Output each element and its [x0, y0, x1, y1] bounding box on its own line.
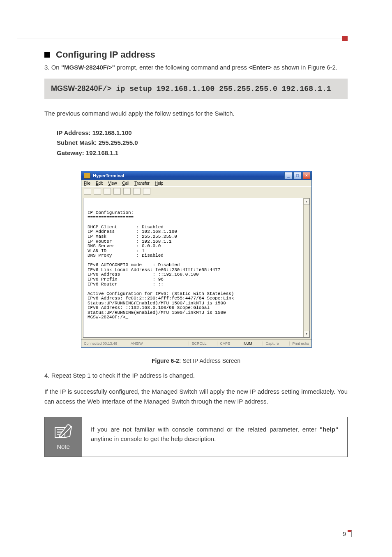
- terminal-menubar: File Edit View Call Transfer Help: [81, 180, 311, 186]
- terminal-toolbar: [81, 186, 311, 196]
- setting-mask: Subnet Mask: 255.255.255.0: [57, 138, 348, 148]
- note-left: Note: [45, 417, 82, 457]
- note-icon: [53, 424, 74, 441]
- step-3-pre: On: [51, 64, 61, 71]
- prev-cmd-text: The previous command would apply the fol…: [44, 109, 348, 119]
- figure-caption-bold: Figure 6-2:: [152, 357, 181, 364]
- scroll-down-icon[interactable]: ▾: [304, 331, 309, 337]
- section-heading: Configuring IP address: [56, 49, 155, 60]
- terminal-statusbar: Connected 00:13:46 ANSIW SCROLL CAPS NUM…: [81, 339, 311, 347]
- terminal-scrollbar[interactable]: ▴ ▾: [303, 198, 309, 337]
- step-3-num: 3.: [44, 64, 51, 71]
- tool-connect-icon[interactable]: [104, 188, 111, 195]
- status-capture: Capture: [263, 341, 279, 346]
- terminal-title: HyperTerminal: [93, 173, 124, 178]
- status-connected: Connected 00:13:46: [84, 341, 117, 346]
- terminal-body-outer: IP Configuration: ================= DHCP…: [81, 196, 311, 339]
- note-label: Note: [57, 443, 70, 450]
- settings-block: IP Address: 192.168.1.100 Subnet Mask: 2…: [57, 128, 348, 158]
- terminal-title-left: HyperTerminal: [84, 173, 124, 179]
- status-caps: CAPS: [217, 341, 230, 346]
- minimize-button[interactable]: _: [284, 172, 293, 179]
- setting-gw: Gateway: 192.168.1.1: [57, 148, 348, 158]
- tool-send-icon[interactable]: [123, 188, 131, 195]
- page-number: 9: [343, 530, 346, 537]
- para-success: If the IP is successfully configured, th…: [44, 387, 348, 407]
- window-buttons: _ □ ×: [284, 172, 311, 179]
- note-pre: If you are not familiar with console com…: [91, 426, 320, 433]
- note-box: Note If you are not familiar with consol…: [44, 417, 348, 457]
- terminal-window: HyperTerminal _ □ × File Edit View Call …: [81, 171, 312, 348]
- status-scroll: SCROLL: [189, 341, 206, 346]
- terminal-app-icon: [84, 173, 90, 179]
- bullet-square-icon: [44, 52, 50, 58]
- menu-help[interactable]: Help: [155, 181, 164, 186]
- status-emulation: ANSIW: [128, 341, 143, 346]
- status-printecho: Print echo: [289, 341, 309, 346]
- step-3-mid: prompt, enter the following command and …: [115, 64, 249, 71]
- menu-file[interactable]: File: [84, 181, 90, 186]
- step-3: 3. On "MGSW-28240F/>" prompt, enter the …: [44, 63, 348, 73]
- tool-disconnect-icon[interactable]: [113, 188, 121, 195]
- note-help: "help": [320, 426, 338, 433]
- terminal-screenshot: HyperTerminal _ □ × File Edit View Call …: [81, 171, 311, 348]
- header-rule: [17, 39, 348, 39]
- close-button[interactable]: ×: [302, 172, 311, 179]
- tool-open-icon[interactable]: [94, 188, 101, 195]
- menu-edit[interactable]: Edit: [96, 181, 103, 186]
- scroll-up-icon[interactable]: ▴: [304, 198, 309, 205]
- section-heading-row: Configuring IP address: [44, 49, 348, 60]
- page-number-mark-icon: [348, 530, 352, 537]
- cmd-prefix: MGSW-28240F: [51, 84, 103, 93]
- menu-call[interactable]: Call: [122, 181, 129, 186]
- step-4: 4. Repeat Step 1 to check if the IP addr…: [44, 371, 348, 381]
- figure-caption-rest: Set IP Address Screen: [181, 357, 241, 364]
- terminal-body: IP Configuration: ================= DHCP…: [83, 198, 310, 338]
- step-4-num: 4.: [44, 372, 51, 379]
- step-3-enter: <Enter>: [249, 64, 272, 71]
- header-marker: [342, 36, 348, 41]
- note-post: anytime in console to get the help descr…: [91, 435, 216, 442]
- tool-properties-icon[interactable]: [143, 188, 150, 195]
- maximize-button[interactable]: □: [293, 172, 302, 179]
- step-3-prompt: "MGSW-28240F/>": [61, 64, 115, 71]
- command-box: MGSW-28240F/> ip setup 192.168.1.100 255…: [44, 79, 348, 99]
- setting-ip: IP Address: 192.168.1.100: [57, 128, 348, 138]
- page-root: Configuring IP address 3. On "MGSW-28240…: [0, 0, 392, 557]
- note-text: If you are not familiar with console com…: [82, 417, 347, 457]
- terminal-output: IP Configuration: ================= DHCP…: [83, 203, 309, 320]
- cmd-code: /> ip setup 192.168.1.100 255.255.255.0 …: [103, 85, 331, 93]
- tool-new-icon[interactable]: [84, 188, 91, 195]
- tool-receive-icon[interactable]: [133, 188, 141, 195]
- terminal-titlebar: HyperTerminal _ □ ×: [81, 171, 311, 180]
- step-3-post: as shown in Figure 6-2.: [272, 64, 337, 71]
- status-num: NUM: [241, 341, 252, 346]
- figure-caption: Figure 6-2: Set IP Address Screen: [44, 357, 348, 364]
- menu-transfer[interactable]: Transfer: [134, 181, 150, 186]
- step-4-text: Repeat Step 1 to check if the IP address…: [51, 372, 195, 379]
- content-area: Configuring IP address 3. On "MGSW-28240…: [44, 49, 348, 457]
- menu-view[interactable]: View: [108, 181, 117, 186]
